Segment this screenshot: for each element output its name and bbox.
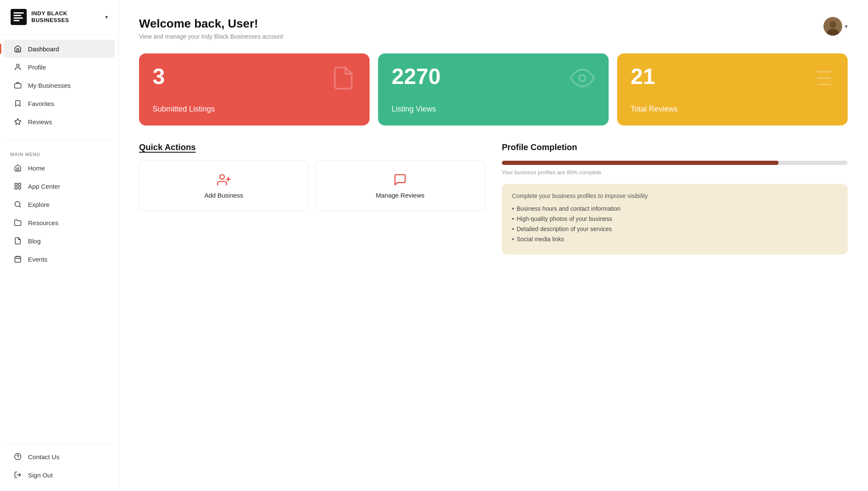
svg-marker-7 [15, 119, 21, 125]
completion-card: Complete your business profiles to impro… [502, 184, 848, 254]
search-icon [14, 200, 22, 209]
stats-row: 3 Submitted Listings 2270 [139, 53, 848, 126]
quick-actions-title: Quick Actions [139, 142, 485, 152]
home-icon [14, 45, 22, 53]
sidebar-logo-area: INDY BLACK BUSINESSES ▾ [0, 0, 118, 34]
action-card-manage-reviews[interactable]: Manage Reviews [315, 161, 485, 211]
svg-rect-4 [14, 20, 19, 21]
sidebar-item-label: Contact Us [28, 453, 59, 460]
quick-actions-grid: Add Business Manage Reviews [139, 161, 485, 211]
sidebar-item-label: Dashboard [28, 45, 59, 53]
stat-number: 3 [153, 65, 165, 87]
svg-rect-9 [19, 183, 21, 185]
svg-rect-11 [15, 187, 17, 189]
svg-rect-3 [14, 17, 23, 19]
sidebar-item-sign-out[interactable]: Sign Out [3, 466, 115, 484]
progress-text: Your business profiles are 80% complete [502, 169, 848, 176]
progress-bar-fill [502, 161, 779, 165]
svg-point-31 [220, 175, 225, 179]
sidebar-bottom-nav: Contact Us Sign Out [0, 441, 118, 491]
avatar[interactable] [823, 17, 842, 36]
person-add-icon [217, 173, 231, 187]
sidebar: INDY BLACK BUSINESSES ▾ Dashboard [0, 0, 119, 491]
sidebar-item-home[interactable]: Home [3, 159, 115, 177]
stat-top: 3 [153, 65, 356, 91]
action-label: Add Business [204, 192, 243, 199]
sidebar-item-label: Home [28, 165, 45, 172]
action-label: Manage Reviews [376, 192, 424, 199]
completion-items-list: Business hours and contact informationHi… [512, 205, 837, 243]
list-icon [809, 65, 834, 91]
welcome-section: Welcome back, User! View and manage your… [139, 17, 283, 40]
main-menu-label: Main Menu [0, 148, 118, 159]
stat-label: Total Reviews [631, 105, 834, 114]
sidebar-item-app-center[interactable]: App Center [3, 177, 115, 195]
completion-item: High-quality photos of your business [512, 215, 837, 222]
stat-card-submitted-listings[interactable]: 3 Submitted Listings [139, 53, 370, 126]
person-icon [14, 63, 22, 71]
completion-item: Detailed description of your services [512, 226, 837, 232]
sidebar-bottom-divider [7, 444, 111, 444]
sidebar-item-label: My Businesses [28, 82, 71, 89]
welcome-subtitle: View and manage your Indy Black Business… [139, 33, 283, 40]
svg-point-22 [829, 21, 836, 28]
eye-icon [570, 65, 595, 91]
svg-rect-2 [14, 15, 21, 16]
stat-number: 2270 [392, 65, 441, 87]
sidebar-item-label: App Center [28, 183, 60, 190]
sidebar-item-contact-us[interactable]: Contact Us [3, 448, 115, 466]
calendar-icon [14, 255, 22, 263]
sidebar-item-events[interactable]: Events [3, 250, 115, 268]
progress-bar-container [502, 161, 848, 165]
sidebar-item-dashboard[interactable]: Dashboard [3, 40, 115, 58]
stat-card-total-reviews[interactable]: 21 Total Reviews [617, 53, 848, 126]
folder-icon [14, 218, 22, 227]
sidebar-divider [7, 139, 111, 140]
logo-icon [10, 8, 27, 25]
svg-rect-8 [15, 183, 17, 185]
user-nav-section: Dashboard Profile My Businesses [0, 34, 118, 136]
main-content: Welcome back, User! View and manage your… [119, 0, 868, 491]
svg-point-24 [579, 75, 586, 81]
svg-rect-1 [14, 12, 24, 14]
main-header: Welcome back, User! View and manage your… [139, 17, 848, 40]
svg-rect-14 [15, 257, 21, 262]
file-icon [14, 237, 22, 245]
profile-completion-section: Profile Completion Your business profile… [502, 142, 848, 254]
logo[interactable]: INDY BLACK BUSINESSES [10, 8, 69, 25]
sidebar-item-favorites[interactable]: Favorites [3, 95, 115, 112]
completion-item: Business hours and contact information [512, 205, 837, 212]
logo-text: INDY BLACK BUSINESSES [31, 10, 69, 23]
grid-icon [14, 182, 22, 190]
help-circle-icon [14, 452, 22, 461]
action-card-add-business[interactable]: Add Business [139, 161, 309, 211]
stat-card-listing-views[interactable]: 2270 Listing Views [378, 53, 609, 126]
logo-chevron-icon[interactable]: ▾ [105, 14, 108, 20]
user-avatar-wrapper[interactable]: ▾ [823, 17, 848, 36]
sidebar-item-label: Explore [28, 201, 50, 208]
stat-number: 21 [631, 65, 655, 87]
sidebar-item-label: Sign Out [28, 471, 53, 479]
sidebar-item-blog[interactable]: Blog [3, 232, 115, 250]
quick-actions-section: Quick Actions Add Business [139, 142, 485, 254]
main-menu-section: Main Menu Home App Center [0, 143, 118, 273]
sidebar-item-resources[interactable]: Resources [3, 214, 115, 232]
sidebar-item-profile[interactable]: Profile [3, 58, 115, 76]
sidebar-item-label: Blog [28, 237, 41, 245]
welcome-title: Welcome back, User! [139, 17, 283, 31]
svg-line-13 [19, 206, 20, 207]
sidebar-item-reviews[interactable]: Reviews [3, 113, 115, 131]
sidebar-item-label: Reviews [28, 118, 52, 126]
completion-card-title: Complete your business profiles to impro… [512, 192, 837, 199]
user-chevron-icon[interactable]: ▾ [845, 23, 848, 30]
svg-point-5 [17, 64, 19, 67]
sidebar-item-my-businesses[interactable]: My Businesses [3, 76, 115, 94]
stat-top: 2270 [392, 65, 595, 91]
sidebar-item-label: Resources [28, 219, 58, 226]
sidebar-item-label: Events [28, 256, 47, 263]
sidebar-item-label: Favorites [28, 100, 54, 107]
sidebar-item-label: Profile [28, 64, 46, 71]
sidebar-item-explore[interactable]: Explore [3, 195, 115, 213]
svg-rect-10 [19, 187, 21, 189]
svg-rect-6 [15, 84, 21, 88]
